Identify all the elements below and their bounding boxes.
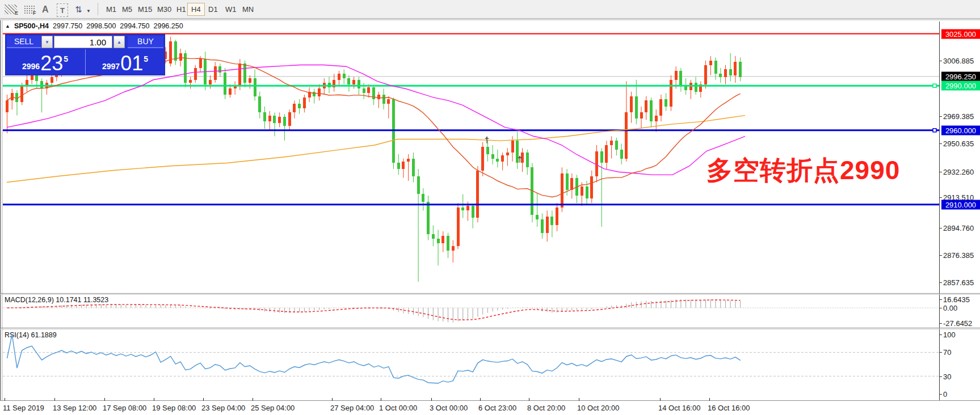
time-axis: 11 Sep 201913 Sep 12:0017 Sep 08:0019 Se… [0,401,980,415]
time-tick-mark [154,398,154,401]
time-label: 14 Oct 16:00 [658,404,700,412]
sell-price-pip: 5 [64,54,68,63]
collapse-panel-icon[interactable]: ▲ [5,23,10,29]
time-label: 23 Sep 04:00 [201,404,245,412]
panel-separator[interactable] [0,293,980,294]
price-badge-2910.000: 2910.000 [941,200,980,209]
time-label: 27 Sep 04:00 [330,404,374,412]
sell-price[interactable]: 2996 23 5 [6,49,85,75]
arrow-objects-icon[interactable]: ⇅ [75,3,82,16]
time-tick-mark [5,398,5,401]
icon-letter: E [15,10,18,16]
sell-button[interactable]: SELL [7,36,41,48]
rsi-axis-label: 100 [943,331,956,339]
price-tick-mark [939,61,942,61]
price-tick-label: 2950.635 [943,139,974,148]
time-tick-mark [332,398,333,401]
price-tick-mark [939,143,942,144]
price-tick-mark [939,228,942,228]
price-tick-label: 2876.385 [943,251,974,260]
rsi-axis-label: 70 [943,348,951,357]
time-label: 6 Oct 23:00 [478,404,516,412]
volume-input[interactable] [54,36,112,48]
chevron-down-icon[interactable]: ▼ [86,4,91,18]
rsi-tick-mark [939,352,942,353]
buy-button[interactable]: BUY [128,36,163,48]
price-tick-label: 2932.260 [943,168,974,176]
toolbar: E F A T ⇅ ▼ M1M5M15M30H1H4D1W1MN [0,0,980,19]
price-badge-2996.250: 2996.250 [941,71,980,81]
rsi-tick-mark [939,376,942,377]
time-label: 1 Oct 00:00 [379,404,417,412]
grid-icon[interactable]: F [24,2,36,16]
low-value: 2994.750 [120,22,149,30]
macd-axis-label: -27.6452 [943,319,972,328]
time-label: 8 Oct 20:00 [527,404,565,412]
text-box-icon[interactable]: T [57,3,68,17]
price-tick-mark [939,255,942,256]
price-tick-label: 2857.635 [943,278,974,287]
panel-separator-shadow [0,294,980,295]
timeframe-button-D1[interactable]: D1 [204,3,222,16]
window-left-border [0,20,1,415]
price-tick-label: 2969.385 [943,112,974,121]
rsi-axis-label: 0 [943,390,947,399]
high-value: 2998.500 [86,22,116,30]
buy-price-points: 01 [120,54,143,73]
time-tick-mark [381,398,381,401]
time-label: 3 Oct 00:00 [430,404,468,412]
price-badge-2990.000: 2990.000 [941,81,980,91]
time-label: 19 Sep 08:00 [152,404,196,412]
time-label: 10 Oct 20:00 [577,404,619,412]
price-tick-mark [939,197,942,198]
symbol-label: SP500-,H4 [14,22,49,30]
price-badge-3025.000: 3025.000 [941,29,980,39]
price-badge-2960.000: 2960.000 [941,125,980,135]
panel-separator[interactable] [0,328,980,328]
time-tick-mark [431,398,432,401]
toolbar-separator [98,3,98,15]
timeframe-button-W1[interactable]: W1 [221,3,241,16]
sell-price-points: 23 [40,54,63,73]
icon-letter: F [33,10,36,16]
macd-axis-label: 0.00 [943,304,957,312]
price-tick-mark [939,172,942,172]
time-label: 17 Sep 08:00 [103,404,146,412]
time-tick-mark [203,398,204,401]
macd-axis-label: 16.6435 [943,295,970,304]
open-value: 2997.750 [53,22,82,30]
timeframe-button-H4[interactable]: H4 [187,3,205,16]
time-tick-mark [480,398,481,401]
one-click-trade-panel: SELL ▼ ▲ BUY 2996 23 5 2997 01 5 [6,35,165,75]
rsi-tick-mark [939,334,942,335]
text-label-icon[interactable]: A [42,3,49,16]
price-axis-border [939,22,940,401]
timeframe-button-MN[interactable]: MN [238,3,258,16]
chart-text-annotation: 多空转折点2990 [706,153,900,188]
time-tick-mark [529,398,529,401]
time-tick-mark [579,398,579,401]
line-studies-icon[interactable]: E [5,2,18,16]
macd-tick-mark [939,299,942,300]
price-tick-label: 2894.760 [943,224,974,232]
close-value: 2996.250 [154,22,183,30]
time-tick-mark [104,398,105,401]
window-frame-strip [0,19,980,20]
trading-terminal-window: E F A T ⇅ ▼ M1M5M15M30H1H4D1W1MN ▲ SP500… [0,0,980,415]
sell-price-big-figure: 2996 [22,62,40,71]
price-tick-mark [939,116,942,117]
buy-price-big-figure: 2997 [102,62,120,71]
buy-price-pip: 5 [144,54,148,63]
buy-price[interactable]: 2997 01 5 [86,49,165,75]
price-tick-mark [939,282,942,283]
volume-increase-button[interactable]: ▲ [113,36,125,48]
time-tick-mark [253,398,253,401]
time-label: 16 Oct 16:00 [708,404,750,412]
volume-decrease-button[interactable]: ▼ [41,36,53,48]
chart-info-line: ▲ SP500-,H4 2997.750 2998.500 2994.750 2… [5,22,183,30]
price-tick-label: 3006.885 [943,57,974,65]
rsi-label: RSI(14) 61.1889 [5,331,57,339]
time-tick-mark [54,398,55,401]
rsi-tick-mark [939,394,942,395]
time-tick-mark [660,398,661,401]
